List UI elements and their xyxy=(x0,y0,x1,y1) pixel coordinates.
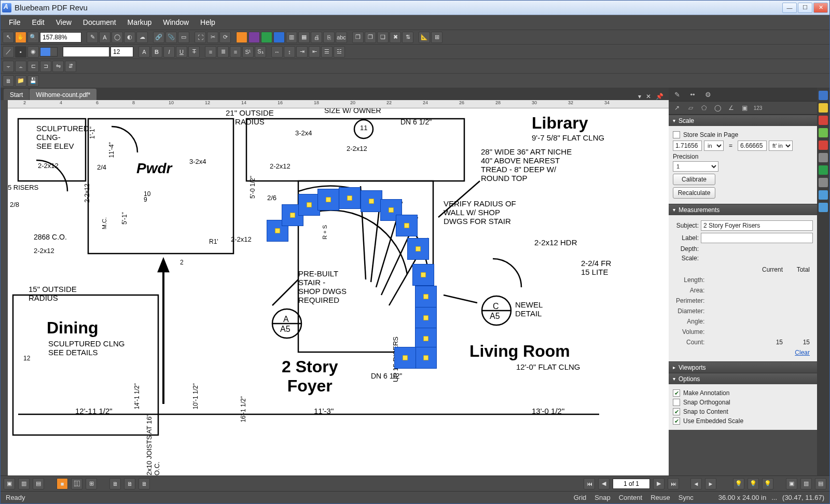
align-obj-4-icon[interactable]: ⊐ xyxy=(40,61,51,72)
strip-icon-10[interactable] xyxy=(819,203,828,212)
fwd-view-icon[interactable]: ► xyxy=(705,478,716,489)
text-icon[interactable]: A xyxy=(99,32,110,43)
menu-window[interactable]: Window xyxy=(158,16,194,29)
open-icon[interactable]: 📁 xyxy=(15,75,26,87)
strip-icon-7[interactable] xyxy=(819,165,828,175)
misc-3-icon[interactable]: ❏ xyxy=(377,32,389,43)
align-center-icon[interactable]: ≣ xyxy=(217,46,229,58)
menu-document[interactable]: Document xyxy=(78,16,121,29)
tool-ico-a[interactable]: ▥ xyxy=(286,32,297,43)
back-view-icon[interactable]: ◄ xyxy=(690,478,702,489)
panel-right-3-icon[interactable]: ▤ xyxy=(815,478,826,489)
strip-icon-1[interactable] xyxy=(819,91,828,100)
count-marker[interactable] xyxy=(415,286,437,307)
panel-right-1-icon[interactable]: ▣ xyxy=(786,478,797,489)
status-sync[interactable]: Sync xyxy=(679,494,694,501)
tab-start[interactable]: Start xyxy=(4,89,29,100)
font-color-icon[interactable]: A xyxy=(139,46,150,58)
save-icon[interactable]: 💾 xyxy=(27,75,39,87)
dim-bulb-3-icon[interactable]: 💡 xyxy=(762,478,773,489)
swatch1-icon[interactable] xyxy=(236,32,247,43)
panel-left-1-icon[interactable]: ▣ xyxy=(4,478,15,489)
strip-icon-3[interactable] xyxy=(819,116,828,125)
count-marker[interactable] xyxy=(339,187,361,209)
status-content[interactable]: Content xyxy=(619,494,643,501)
strip-icon-2[interactable] xyxy=(819,103,828,113)
misc-5-icon[interactable]: ⇅ xyxy=(402,32,413,43)
doc2-icon[interactable]: 🗎 xyxy=(124,478,135,489)
doc1-icon[interactable]: 🗎 xyxy=(109,478,121,489)
menu-help[interactable]: Help xyxy=(195,16,220,29)
last-page-icon[interactable]: ⏭ xyxy=(668,478,679,489)
panel-tab-dots-icon[interactable]: •• xyxy=(687,89,698,100)
misc-1-icon[interactable]: ❒ xyxy=(352,32,364,43)
attach-icon[interactable]: 📎 xyxy=(165,32,177,43)
layout-single-icon[interactable]: ■ xyxy=(57,478,68,489)
align-obj-3-icon[interactable]: ⊏ xyxy=(27,61,39,72)
measure-circle-icon[interactable]: ◯ xyxy=(712,103,723,113)
tool-ico-b[interactable]: ▦ xyxy=(298,32,310,43)
highlight-icon[interactable]: ◐ xyxy=(124,32,135,43)
swatch2-icon[interactable] xyxy=(248,32,260,43)
zoom-tool-icon[interactable]: 🔍 xyxy=(27,32,39,43)
flip-h-icon[interactable]: ⇋ xyxy=(52,61,64,72)
arrow-v-icon[interactable]: ↕ xyxy=(284,46,295,58)
measure-length-icon[interactable]: ↗ xyxy=(672,103,682,113)
align-obj-2-icon[interactable]: ⫠ xyxy=(15,61,26,72)
list2-icon[interactable]: ☳ xyxy=(334,46,345,58)
count-marker[interactable] xyxy=(317,189,339,211)
line-style-icon[interactable]: ／ xyxy=(3,46,14,58)
tab-pin-icon[interactable]: 📌 xyxy=(654,93,666,100)
font-input[interactable] xyxy=(63,47,109,57)
tab-active-document[interactable]: Wilhome-count.pdf* xyxy=(30,89,96,100)
section-measurements-header[interactable]: ▾Measurements xyxy=(669,204,817,215)
panel-left-2-icon[interactable]: ▥ xyxy=(18,478,30,489)
opacity-icon[interactable]: ◉ xyxy=(27,46,39,58)
make-annotation-checkbox[interactable]: ✔ xyxy=(673,389,680,397)
snap-content-checkbox[interactable]: ✔ xyxy=(673,408,680,415)
menu-markup[interactable]: Markup xyxy=(122,16,157,29)
measure-icon[interactable]: 📐 xyxy=(419,32,430,43)
scale-left-unit[interactable]: in xyxy=(704,141,724,151)
precision-select[interactable]: 1 xyxy=(673,161,718,172)
misc-2-icon[interactable]: ❐ xyxy=(365,32,376,43)
scale-left-input[interactable] xyxy=(673,141,702,151)
layout-cont-icon[interactable]: ⿲ xyxy=(71,478,82,489)
tab-close-icon[interactable]: ✕ xyxy=(644,93,653,100)
scale-right-input[interactable] xyxy=(738,141,767,151)
first-page-icon[interactable]: ⏮ xyxy=(584,478,595,489)
strip-icon-6[interactable] xyxy=(819,153,828,162)
align-right-icon[interactable]: ≡ xyxy=(230,46,241,58)
measure-poly-icon[interactable]: ⬠ xyxy=(699,103,709,113)
clear-link[interactable]: Clear xyxy=(795,349,810,356)
flip-v-icon[interactable]: ⇵ xyxy=(65,61,76,72)
spellcheck-icon[interactable]: abc xyxy=(336,32,347,43)
indent-icon[interactable]: ⇥ xyxy=(296,46,308,58)
strip-icon-5[interactable] xyxy=(819,141,828,150)
count-marker[interactable] xyxy=(415,307,437,329)
measure-angle-icon[interactable]: ∠ xyxy=(726,103,736,113)
panel-right-2-icon[interactable]: ▥ xyxy=(800,478,812,489)
count-marker[interactable] xyxy=(298,194,320,216)
align-left-icon[interactable]: ≡ xyxy=(205,46,216,58)
scale-right-unit[interactable]: ft' in" xyxy=(769,141,793,151)
fill-color-icon[interactable]: ▪ xyxy=(15,46,26,58)
page-input[interactable] xyxy=(613,479,650,489)
count-marker[interactable] xyxy=(396,215,418,236)
zoom-input[interactable] xyxy=(40,32,81,43)
stamp-icon[interactable]: ▭ xyxy=(178,32,189,43)
count-marker[interactable] xyxy=(361,190,382,212)
status-grid[interactable]: Grid xyxy=(574,494,587,501)
bold-icon[interactable]: B xyxy=(151,46,162,58)
status-reuse[interactable]: Reuse xyxy=(651,494,670,501)
select-tool-icon[interactable]: ↖ xyxy=(3,32,14,43)
store-scale-checkbox[interactable] xyxy=(673,131,680,138)
doc3-icon[interactable]: 🗎 xyxy=(139,478,150,489)
list-icon[interactable]: ☰ xyxy=(321,46,333,58)
count-marker[interactable] xyxy=(407,238,429,260)
dim-bulb-2-icon[interactable]: 💡 xyxy=(748,478,759,489)
use-embedded-checkbox[interactable]: ✔ xyxy=(673,417,680,425)
status-snap[interactable]: Snap xyxy=(594,494,610,501)
underline-icon[interactable]: U xyxy=(176,46,187,58)
snap-ortho-checkbox[interactable] xyxy=(673,399,680,406)
